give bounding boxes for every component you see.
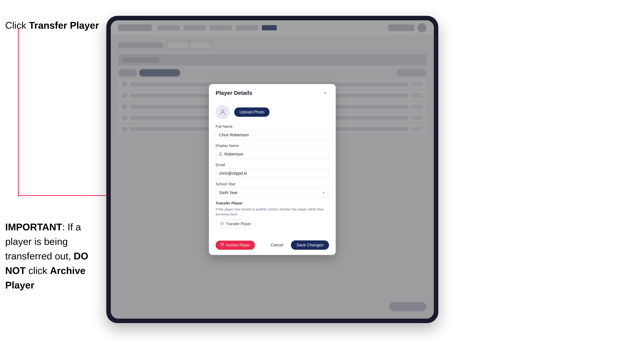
instruction-bottom: IMPORTANT: If a player is being transfer… — [5, 220, 106, 292]
archive-icon — [220, 243, 224, 247]
transfer-section-description: If this player has moved to another scho… — [216, 207, 329, 217]
photo-upload-row: Upload Photo — [216, 105, 329, 119]
svg-rect-1 — [221, 243, 224, 244]
avatar-placeholder — [216, 105, 230, 119]
full-name-label: Full Name — [216, 124, 329, 129]
annotation-line-vertical — [18, 29, 19, 196]
archive-player-button[interactable]: Archive Player — [216, 241, 255, 250]
email-group: Email — [216, 163, 329, 178]
instruction-top: Click Transfer Player — [5, 19, 99, 32]
email-input[interactable] — [216, 169, 329, 178]
school-year-label: School Year — [216, 182, 329, 186]
modal-title: Player Details — [216, 90, 252, 96]
modal-body: Upload Photo Full Name Display Name — [209, 101, 336, 236]
modal-footer: Archive Player Cancel Save Changes — [209, 236, 336, 255]
full-name-group: Full Name — [216, 124, 329, 140]
upload-photo-button[interactable]: Upload Photo — [234, 107, 270, 117]
instruction-bottom-text4: click — [26, 265, 50, 276]
instruction-prefix: Click — [5, 20, 29, 31]
school-year-group: School Year First Year Second Year Third… — [216, 182, 329, 197]
display-name-input[interactable] — [216, 149, 329, 159]
display-name-label: Display Name — [216, 144, 329, 148]
full-name-input[interactable] — [216, 130, 329, 140]
transfer-player-button[interactable]: Transfer Player — [216, 219, 256, 228]
transfer-player-btn-label: Transfer Player — [226, 222, 251, 226]
instruction-bold: Transfer Player — [29, 20, 99, 31]
archive-player-btn-label: Archive Player — [226, 243, 250, 247]
important-label: IMPORTANT — [5, 222, 62, 232]
school-year-select[interactable]: First Year Second Year Third Year Fourth… — [216, 188, 329, 197]
transfer-player-section: Transfer Player If this player has moved… — [216, 201, 329, 228]
save-changes-button[interactable]: Save Changes — [291, 240, 329, 250]
player-details-modal: Player Details × Upload Photo — [209, 84, 336, 255]
tablet-device: Player Details × Upload Photo — [106, 16, 438, 323]
footer-right: Cancel Save Changes — [267, 240, 329, 250]
modal-header: Player Details × — [209, 84, 336, 101]
cancel-button[interactable]: Cancel — [267, 241, 287, 249]
tablet-screen: Player Details × Upload Photo — [111, 20, 434, 319]
email-label: Email — [216, 163, 329, 167]
modal-close-button[interactable]: × — [322, 89, 329, 97]
modal-overlay: Player Details × Upload Photo — [111, 20, 434, 319]
svg-point-0 — [222, 110, 224, 112]
display-name-group: Display Name — [216, 144, 329, 159]
transfer-section-label: Transfer Player — [216, 201, 329, 205]
transfer-icon — [220, 222, 224, 226]
